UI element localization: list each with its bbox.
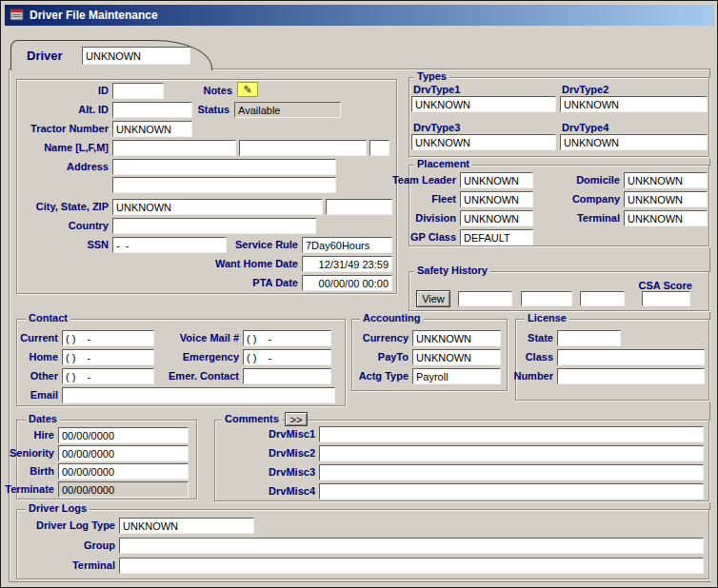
- driver-logs-title: Driver Logs: [26, 502, 90, 514]
- drvtype3-label: DrvType3: [413, 122, 460, 133]
- license-number-input[interactable]: [557, 368, 705, 384]
- tractor-number-label: Tractor Number: [10, 123, 109, 134]
- gp-class-input[interactable]: [460, 229, 533, 245]
- team-leader-label: Team Leader: [370, 174, 456, 186]
- drvmisc3-label: DrvMisc3: [253, 466, 315, 478]
- view-button[interactable]: View: [416, 290, 450, 307]
- safety-score1-input[interactable]: [458, 291, 512, 306]
- placement-title: Placement: [414, 158, 472, 169]
- name-first-input[interactable]: [239, 140, 367, 156]
- driver-code-input[interactable]: [82, 47, 190, 65]
- drvtype4-input[interactable]: [560, 134, 708, 150]
- license-state-label: State: [496, 332, 553, 343]
- terminate-date-field: [58, 481, 189, 498]
- log-group-label: Group: [15, 539, 115, 551]
- alt-id-input[interactable]: [112, 102, 192, 118]
- service-rule-input[interactable]: [302, 237, 392, 253]
- pta-date-input[interactable]: [302, 275, 392, 291]
- ssn-input[interactable]: [112, 237, 227, 253]
- current-phone-input[interactable]: [62, 330, 154, 346]
- domicile-input[interactable]: [624, 172, 708, 188]
- zip-input[interactable]: [326, 199, 392, 215]
- name-last-input[interactable]: [112, 140, 236, 156]
- currency-input[interactable]: [412, 330, 501, 346]
- log-group-input[interactable]: [119, 538, 704, 554]
- emer-contact-input[interactable]: [243, 368, 331, 384]
- comments-expand-button[interactable]: >>: [285, 412, 308, 426]
- csa-score-label: CSA Score: [616, 280, 692, 291]
- emer-contact-label: Emer. Contact: [158, 370, 239, 382]
- seniority-date-input[interactable]: [58, 445, 189, 461]
- accounting-title: Accounting: [360, 312, 424, 323]
- birth-date-label: Birth: [1, 465, 54, 477]
- payto-label: PayTo: [347, 351, 409, 363]
- drvmisc2-input[interactable]: [319, 445, 704, 461]
- dates-title: Dates: [26, 413, 60, 424]
- name-middle-input[interactable]: [369, 140, 389, 156]
- alt-id-label: Alt. ID: [10, 104, 109, 115]
- notes-icon[interactable]: ✎: [237, 82, 258, 97]
- tab-driver-label[interactable]: Driver: [27, 49, 63, 63]
- csa-score-input[interactable]: [642, 291, 690, 306]
- drvmisc4-input[interactable]: [319, 483, 704, 500]
- company-label: Company: [553, 193, 620, 205]
- voice-mail-label: Voice Mail #: [158, 332, 239, 343]
- country-input[interactable]: [112, 218, 316, 234]
- division-input[interactable]: [460, 210, 533, 226]
- title-bar: Driver File Maintenance: [5, 5, 714, 26]
- pta-date-label: PTA Date: [191, 277, 298, 288]
- actg-type-label: Actg Type: [347, 370, 409, 382]
- drvtype2-label: DrvType2: [562, 84, 608, 95]
- app-icon: [10, 9, 25, 22]
- address-line2-input[interactable]: [112, 177, 336, 193]
- payto-input[interactable]: [412, 349, 501, 365]
- actg-type-input[interactable]: [412, 368, 501, 384]
- service-rule-label: Service Rule: [222, 239, 298, 250]
- drvtype1-label: DrvType1: [413, 84, 460, 95]
- want-home-date-input[interactable]: [302, 256, 392, 272]
- emergency-phone-input[interactable]: [243, 349, 331, 365]
- license-number-label: Number: [496, 370, 553, 382]
- driver-log-type-input[interactable]: [119, 518, 254, 534]
- drvtype1-input[interactable]: [411, 96, 556, 112]
- address-line1-input[interactable]: [112, 159, 336, 175]
- company-input[interactable]: [624, 191, 708, 207]
- driver-file-maintenance-window: Driver File Maintenance Driver ID Notes …: [0, 0, 718, 588]
- other-phone-input[interactable]: [62, 368, 154, 384]
- domicile-label: Domicile: [553, 174, 620, 186]
- email-label: Email: [5, 389, 58, 401]
- status-field: [234, 102, 341, 118]
- city-input[interactable]: [112, 199, 323, 215]
- ssn-label: SSN: [10, 239, 109, 250]
- placement-terminal-label: Terminal: [553, 212, 620, 224]
- home-phone-input[interactable]: [62, 349, 154, 365]
- comments-title: Comments: [222, 413, 282, 424]
- team-leader-input[interactable]: [460, 172, 533, 188]
- tractor-number-input[interactable]: [112, 121, 192, 137]
- log-terminal-label: Terminal: [15, 559, 115, 571]
- drvtype2-input[interactable]: [560, 96, 708, 112]
- drvmisc1-input[interactable]: [319, 426, 704, 442]
- voice-mail-input[interactable]: [243, 330, 331, 346]
- birth-date-input[interactable]: [58, 463, 189, 480]
- id-input[interactable]: [112, 83, 164, 99]
- id-label: ID: [10, 85, 109, 96]
- fleet-input[interactable]: [460, 191, 533, 207]
- safety-score3-input[interactable]: [580, 291, 625, 306]
- placement-terminal-input[interactable]: [624, 210, 708, 226]
- country-label: Country: [10, 220, 109, 231]
- drvtype4-label: DrvType4: [562, 122, 608, 133]
- drvmisc4-label: DrvMisc4: [253, 485, 315, 497]
- driver-log-type-label: Driver Log Type: [15, 519, 115, 531]
- drvmisc3-input[interactable]: [319, 464, 704, 480]
- license-class-input[interactable]: [557, 349, 705, 365]
- log-terminal-input[interactable]: [119, 558, 704, 574]
- license-state-input[interactable]: [557, 330, 621, 346]
- email-input[interactable]: [62, 387, 335, 403]
- seniority-date-label: Seniority: [1, 447, 54, 459]
- safety-score2-input[interactable]: [521, 291, 572, 306]
- drvmisc2-label: DrvMisc2: [253, 447, 315, 459]
- notes-label: Notes: [175, 85, 232, 96]
- drvtype3-input[interactable]: [411, 134, 556, 150]
- hire-date-input[interactable]: [58, 427, 189, 443]
